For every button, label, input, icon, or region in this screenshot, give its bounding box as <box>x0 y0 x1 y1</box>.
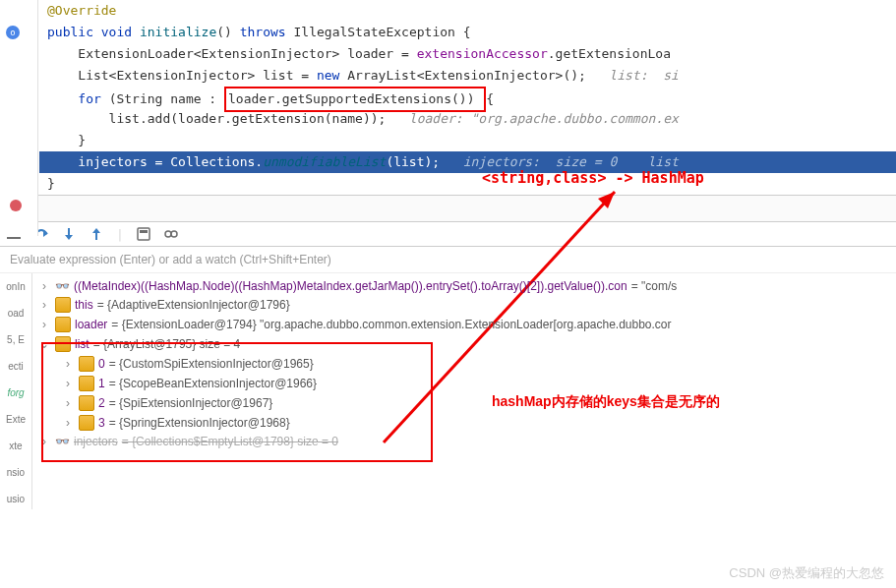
object-icon <box>55 336 71 352</box>
svg-marker-9 <box>92 228 100 233</box>
var-row[interactable]: ›0 = {CustomSpiExtensionInjector@1965} <box>33 354 896 374</box>
glasses-icon: 👓 <box>55 435 70 448</box>
object-icon <box>55 297 71 313</box>
object-icon <box>79 376 94 391</box>
breakpoint-icon[interactable] <box>10 200 22 211</box>
annotation-top: <string,class> -> HashMap <box>482 169 704 187</box>
code-line: public void initialize() throws IllegalS… <box>39 22 896 43</box>
code-line: } <box>39 173 896 195</box>
object-icon <box>79 395 94 411</box>
svg-point-12 <box>165 231 171 237</box>
object-icon <box>79 356 94 372</box>
debug-toolbar: | <box>0 222 896 247</box>
frames-sidebar[interactable]: onIn oad 5, E ecti forg Exte xte nsio us… <box>0 273 32 509</box>
var-row[interactable]: ›3 = {SpringExtensionInjector@1968} <box>33 413 896 433</box>
step-into-icon[interactable] <box>61 226 77 242</box>
debug-tab-bar: st <box>0 195 896 222</box>
var-row[interactable]: ⌄list = {ArrayList@1795} size = 4 <box>33 334 896 354</box>
current-line: injectors = Collections.unmodifiableList… <box>39 151 896 173</box>
var-row[interactable]: ›👓injectors = {Collections$EmptyList@179… <box>33 433 896 450</box>
annotation-bottom: hashMap内存储的keys集合是无序的 <box>492 393 720 411</box>
glasses-icon: 👓 <box>55 279 70 293</box>
calculator-icon[interactable] <box>136 226 151 242</box>
svg-rect-4 <box>7 237 21 239</box>
chevron-right-icon[interactable]: › <box>37 435 51 448</box>
watch-row[interactable]: ›👓((MetaIndex)((HashMap.Node)((HashMap)M… <box>33 277 896 295</box>
code-line: List<ExtensionInjector> list = new Array… <box>39 65 896 87</box>
object-icon <box>79 415 94 431</box>
code-editor[interactable]: o @Override public void initialize() thr… <box>0 0 896 195</box>
watermark: CSDN @热爱编程的大忽悠 <box>729 564 884 582</box>
code-line: } <box>39 130 896 151</box>
step-out-icon[interactable] <box>89 226 104 242</box>
svg-rect-11 <box>140 230 148 233</box>
svg-rect-10 <box>138 228 149 240</box>
var-row[interactable]: ›this = {AdaptiveExtensionInjector@1796} <box>33 295 896 315</box>
override-gutter-icon[interactable]: o <box>6 26 20 39</box>
var-row[interactable]: ›2 = {SpiExtensionInjector@1967} <box>33 393 896 413</box>
chevron-right-icon[interactable]: › <box>37 279 51 293</box>
svg-point-13 <box>171 231 177 237</box>
svg-marker-7 <box>65 235 73 240</box>
code-line: @Override <box>39 0 896 22</box>
code-line: list.add(loader.getExtension(name)); loa… <box>39 108 896 130</box>
chevron-right-icon[interactable]: › <box>61 416 75 430</box>
variables-tree[interactable]: ›👓((MetaIndex)((HashMap.Node)((HashMap)M… <box>33 273 896 454</box>
chevron-right-icon[interactable]: › <box>37 318 51 331</box>
gutter: o <box>0 0 38 236</box>
object-icon <box>55 317 71 332</box>
chevron-right-icon[interactable]: › <box>61 377 75 390</box>
var-row[interactable]: ›1 = {ScopeBeanExtensionInjector@1966} <box>33 374 896 393</box>
evaluate-expression-input[interactable]: Evaluate expression (Enter) or add a wat… <box>0 247 896 273</box>
code-line: ExtensionLoader<ExtensionInjector> loade… <box>39 43 896 65</box>
debug-variables: onIn oad 5, E ecti forg Exte xte nsio us… <box>0 273 896 509</box>
chevron-right-icon[interactable]: › <box>37 298 51 312</box>
watches-icon[interactable] <box>163 226 179 242</box>
chevron-down-icon[interactable]: ⌄ <box>37 337 51 351</box>
code-line: for (String name : loader.getSupportedEx… <box>39 87 896 108</box>
chevron-right-icon[interactable]: › <box>61 396 75 410</box>
chevron-right-icon[interactable]: › <box>61 357 75 371</box>
var-row[interactable]: ›loader = {ExtensionLoader@1794} "org.ap… <box>33 315 896 334</box>
